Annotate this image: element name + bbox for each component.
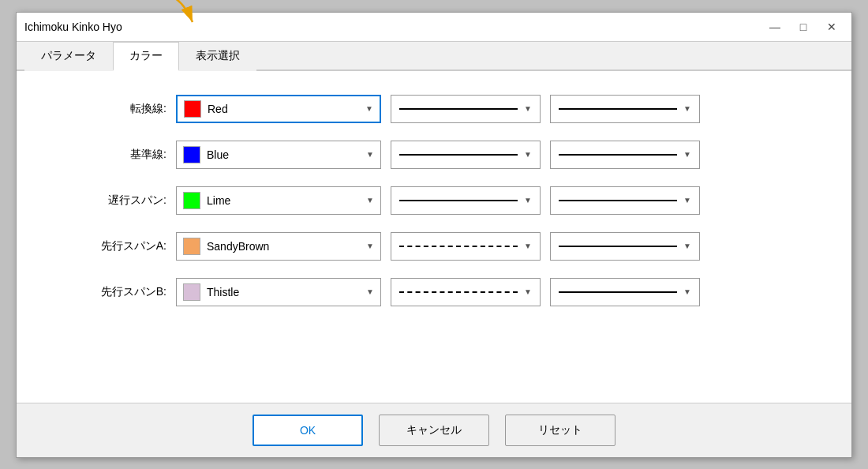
line-preview	[559, 246, 677, 247]
line-preview-dashed	[399, 246, 518, 247]
maximize-button[interactable]: □	[791, 17, 815, 36]
row-senkou-b: 先行スパンB: Thistle ▼ ▼ ▼	[64, 278, 804, 306]
line-preview	[559, 291, 677, 293]
tab-bar: パラメータ カラー 表示選択	[17, 42, 851, 71]
line-style-kijun-2[interactable]: ▼	[550, 141, 700, 169]
dialog-window: Ichimoku Kinko Hyo — □ ✕ パラメータ カラー 表示選択 …	[16, 12, 852, 458]
chevron-down-icon: ▼	[683, 150, 691, 159]
line-style-kijun-1[interactable]: ▼	[391, 141, 541, 169]
line-style-senkou-b-1[interactable]: ▼	[391, 278, 541, 306]
chevron-down-icon: ▼	[524, 196, 532, 204]
label-senkou-b: 先行スパンB:	[64, 285, 166, 299]
chevron-down-icon: ▼	[683, 287, 691, 296]
swatch-senkou-a	[183, 238, 200, 255]
chevron-down-icon: ▼	[524, 150, 532, 159]
chevron-down-icon: ▼	[683, 242, 691, 250]
chevron-down-icon: ▼	[683, 196, 691, 204]
tab-params[interactable]: パラメータ	[24, 42, 113, 71]
row-chikou: 遅行スパン: Lime ▼ ▼ ▼	[64, 186, 804, 215]
line-style-senkou-a-2[interactable]: ▼	[550, 232, 700, 261]
label-chikou: 遅行スパン:	[64, 193, 166, 208]
line-preview	[399, 108, 518, 110]
color-select-tenkan[interactable]: Red ▼	[176, 95, 381, 123]
chevron-down-icon: ▼	[524, 104, 532, 113]
title-bar: Ichimoku Kinko Hyo — □ ✕	[17, 13, 851, 42]
color-name-tenkan: Red	[208, 103, 365, 115]
color-name-chikou: Lime	[207, 194, 366, 207]
tab-color[interactable]: カラー	[113, 42, 179, 71]
color-select-kijun[interactable]: Blue ▼	[176, 141, 381, 169]
ok-button[interactable]: OK	[253, 415, 363, 446]
line-preview	[399, 154, 518, 156]
footer: OK キャンセル リセット	[17, 403, 851, 457]
chevron-down-icon: ▼	[683, 104, 691, 113]
chevron-down-icon: ▼	[366, 287, 374, 296]
swatch-chikou	[183, 192, 200, 209]
swatch-tenkan	[184, 100, 201, 118]
chevron-down-icon: ▼	[366, 242, 374, 250]
line-preview	[559, 108, 677, 110]
line-preview	[559, 200, 677, 201]
color-select-senkou-a[interactable]: SandyBrown ▼	[176, 232, 381, 261]
chevron-down-icon: ▼	[524, 287, 532, 296]
chevron-down-icon: ▼	[524, 242, 532, 250]
chevron-down-icon: ▼	[365, 104, 373, 113]
reset-button[interactable]: リセット	[505, 415, 615, 446]
arrow-annotation	[149, 0, 212, 28]
color-name-kijun: Blue	[207, 148, 366, 161]
swatch-kijun	[183, 146, 200, 163]
color-name-senkou-a: SandyBrown	[207, 240, 366, 253]
line-style-tenkan-1[interactable]: ▼	[391, 95, 541, 123]
row-kijun: 基準線: Blue ▼ ▼ ▼	[64, 141, 804, 169]
window-title: Ichimoku Kinko Hyo	[24, 21, 763, 33]
color-select-senkou-b[interactable]: Thistle ▼	[176, 278, 381, 306]
label-senkou-a: 先行スパンA:	[64, 239, 166, 253]
content-area: 転換線: Red ▼ ▼ ▼ 基準線: Blue ▼	[17, 71, 851, 403]
swatch-senkou-b	[183, 283, 200, 301]
line-style-tenkan-2[interactable]: ▼	[550, 95, 700, 123]
line-preview-dashed	[399, 291, 518, 293]
row-tenkan: 転換線: Red ▼ ▼ ▼	[64, 95, 804, 123]
close-button[interactable]: ✕	[820, 17, 844, 36]
window-controls: — □ ✕	[763, 17, 844, 36]
color-name-senkou-b: Thistle	[207, 286, 366, 298]
line-style-chikou-2[interactable]: ▼	[550, 186, 700, 215]
minimize-button[interactable]: —	[763, 17, 787, 36]
color-select-chikou[interactable]: Lime ▼	[176, 186, 381, 215]
row-senkou-a: 先行スパンA: SandyBrown ▼ ▼ ▼	[64, 232, 804, 261]
chevron-down-icon: ▼	[366, 196, 374, 204]
line-style-senkou-a-1[interactable]: ▼	[391, 232, 541, 261]
line-style-chikou-1[interactable]: ▼	[391, 186, 541, 215]
line-preview	[559, 154, 677, 156]
line-style-senkou-b-2[interactable]: ▼	[550, 278, 700, 306]
line-preview	[399, 200, 518, 201]
cancel-button[interactable]: キャンセル	[379, 415, 489, 446]
chevron-down-icon: ▼	[366, 150, 374, 159]
label-tenkan: 転換線:	[64, 102, 166, 116]
label-kijun: 基準線:	[64, 148, 166, 162]
tab-display[interactable]: 表示選択	[179, 42, 256, 71]
